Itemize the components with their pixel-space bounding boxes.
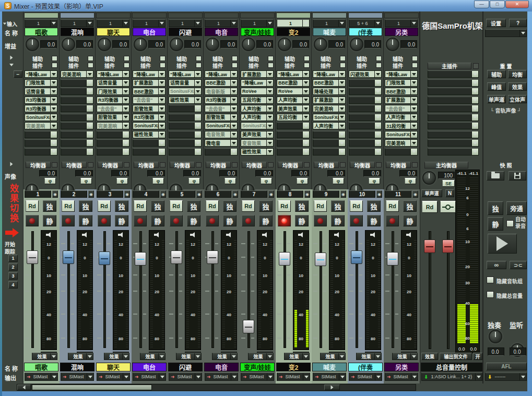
fader-track[interactable] — [283, 231, 286, 348]
effect-dropdown-icon[interactable] — [266, 97, 273, 103]
effect-slot-5[interactable]: R3均衡器 — [25, 105, 57, 112]
effect-slot-3[interactable]: SonitusFX( — [169, 88, 202, 95]
hide-trackgroup-checkbox[interactable] — [487, 277, 494, 283]
global-bypass-button[interactable]: 旁通 — [506, 201, 527, 215]
input-dropdown-icon[interactable] — [158, 20, 165, 27]
effect-dropdown-icon[interactable] — [86, 114, 93, 121]
effect-slot-2[interactable] — [349, 79, 382, 87]
input-select[interactable]: 1 — [61, 19, 93, 27]
effect-slot-3[interactable]: BBE激励 — [133, 88, 165, 95]
effect-slot-8[interactable] — [61, 131, 93, 138]
effect-slot-6[interactable] — [349, 114, 382, 121]
effect-slot-2[interactable]: BBE激励 — [313, 79, 346, 87]
main-plugin-dropdown-icon[interactable] — [471, 105, 478, 112]
fx-dropdown-icon[interactable] — [302, 353, 309, 359]
effect-slot-4[interactable] — [349, 97, 382, 104]
effect-dropdown-icon[interactable] — [338, 71, 345, 77]
input-select[interactable]: 1 — [385, 19, 418, 27]
phase-button[interactable]: φ — [261, 178, 272, 184]
output-open-button[interactable]: 开 — [473, 353, 482, 360]
effect-slot-10[interactable] — [97, 148, 129, 155]
effect-dropdown-icon[interactable] — [266, 105, 273, 112]
effect-slot-5[interactable]: "去齿音" — [205, 105, 238, 112]
reset-3-button[interactable]: 峰值 — [487, 82, 506, 91]
main-plugin-dropdown-icon[interactable] — [471, 88, 478, 94]
mute-button[interactable]: 静 — [403, 215, 417, 226]
effect-slot-6[interactable]: R3均衡器 — [133, 114, 165, 121]
phase-button[interactable]: φ — [369, 178, 380, 184]
output-select[interactable]: ➜StMast — [169, 373, 202, 381]
effect-slot-3[interactable]: RoVee — [277, 88, 310, 95]
effect-slot-10[interactable] — [277, 148, 310, 155]
input-select[interactable]: 1 — [133, 19, 165, 27]
effect-dropdown-icon[interactable] — [266, 88, 273, 94]
plugin-enable-box[interactable] — [376, 63, 382, 68]
effect-dropdown-icon[interactable] — [338, 80, 345, 86]
eq-header-box[interactable] — [376, 162, 382, 167]
channel-target-button[interactable]: ◉ — [196, 190, 202, 198]
effect-slot-6[interactable]: 五段均衡 — [277, 114, 310, 121]
main-plugin-slot[interactable] — [428, 131, 479, 138]
effect-dropdown-icon[interactable] — [302, 149, 309, 155]
effect-dropdown-icon[interactable] — [158, 149, 165, 155]
effect-slot-10[interactable] — [133, 148, 165, 155]
rd-button[interactable]: Rd — [242, 200, 255, 212]
effect-slot-1[interactable]: "降噪Law — [133, 70, 165, 78]
effect-slot-5[interactable]: "去齿音" — [385, 105, 418, 112]
fx-dropdown-icon[interactable] — [410, 353, 417, 359]
snapshot-3-button[interactable]: 3 — [8, 272, 18, 280]
effect-dropdown-icon[interactable] — [194, 71, 201, 77]
effect-dropdown-icon[interactable] — [230, 80, 237, 86]
effect-slot-8[interactable] — [313, 131, 346, 138]
effect-slot-2[interactable]: BBE激励 — [205, 79, 238, 87]
record-button[interactable] — [98, 215, 111, 226]
effect-dropdown-icon[interactable] — [338, 140, 345, 146]
phase-button[interactable]: φ — [224, 178, 236, 184]
output-dropdown-icon[interactable] — [123, 373, 129, 380]
gain-knob[interactable] — [386, 38, 399, 51]
effect-slot-9[interactable] — [169, 139, 202, 147]
effect-dropdown-icon[interactable] — [302, 114, 309, 121]
effect-slot-7[interactable]: 人声均衡 — [313, 122, 346, 129]
output-dropdown-icon[interactable] — [231, 373, 238, 380]
effect-slot-9[interactable] — [313, 139, 346, 147]
plugin-enable-box[interactable] — [232, 63, 238, 68]
fader-handle[interactable] — [351, 250, 362, 264]
fx-dropdown-icon[interactable] — [230, 353, 237, 359]
channel-target-button[interactable]: ◉ — [412, 190, 418, 198]
fader-handle[interactable] — [63, 250, 74, 264]
load-snapshot-button[interactable] — [487, 171, 504, 181]
channel-fx-select[interactable]: 效果 — [392, 353, 418, 360]
solo-button[interactable]: 独 — [259, 200, 273, 212]
rd-button[interactable]: Rd — [26, 200, 39, 212]
effect-slot-8[interactable] — [25, 131, 57, 138]
channel-target-button[interactable]: ◉ — [340, 190, 346, 198]
effect-dropdown-icon[interactable] — [266, 140, 273, 146]
fader-handle[interactable] — [279, 252, 290, 266]
effect-dropdown-icon[interactable] — [122, 149, 129, 155]
effect-dropdown-icon[interactable] — [230, 149, 237, 155]
output-select[interactable]: ➜StMast — [277, 373, 310, 381]
mute-button[interactable]: 静 — [295, 215, 309, 226]
auto-record-checkbox[interactable] — [506, 220, 514, 227]
effect-slot-10[interactable] — [61, 148, 93, 155]
effect-slot-4[interactable]: R3均衡器 — [205, 97, 238, 104]
effect-slot-3[interactable] — [61, 88, 93, 95]
effect-dropdown-icon[interactable] — [194, 80, 201, 86]
maximize-button[interactable]: □ — [490, 1, 505, 8]
gain-knob[interactable] — [134, 38, 147, 51]
reset-1-button[interactable]: 辅助 — [487, 70, 506, 78]
output-select[interactable]: ➜StMast — [205, 373, 238, 381]
channel-target-button[interactable]: ◉ — [160, 190, 166, 198]
output-select[interactable]: ➜StMast — [61, 373, 94, 381]
input-dropdown-icon[interactable] — [338, 20, 345, 27]
eq-header-box[interactable] — [268, 162, 274, 167]
effect-dropdown-icon[interactable] — [50, 123, 57, 129]
mono-button[interactable]: 单声道 — [421, 189, 442, 197]
effect-slot-10[interactable] — [385, 148, 418, 155]
reset-5-button[interactable]: 单声道 — [487, 95, 506, 103]
effect-slot-9[interactable] — [97, 139, 129, 147]
aux-expand-icon[interactable] — [10, 56, 13, 60]
effect-slot-2[interactable]: 扩展激励 — [133, 79, 165, 87]
rd-button[interactable]: Rd — [170, 200, 183, 212]
